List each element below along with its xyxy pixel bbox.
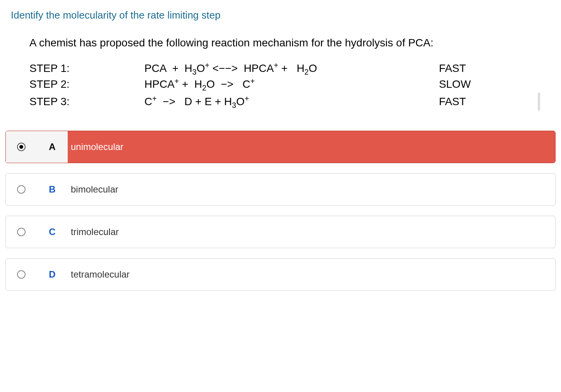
option-letter: B bbox=[37, 174, 68, 205]
option-text: tetramolecular bbox=[68, 259, 555, 290]
step-label: STEP 3: bbox=[29, 92, 144, 111]
step-equation: C+ −> D + E + H3O+ bbox=[144, 92, 439, 111]
step-label: STEP 1: bbox=[29, 61, 144, 76]
radio-unchecked-icon bbox=[17, 228, 26, 236]
answer-options: A unimolecular B bimolecular C trimolecu… bbox=[5, 131, 556, 291]
option-b[interactable]: B bimolecular bbox=[5, 173, 556, 206]
stem-intro: A chemist has proposed the following rea… bbox=[29, 36, 540, 50]
mechanism-steps: STEP 1: PCA + H3O+ <−−> HPCA+ + H2O FAST… bbox=[29, 61, 540, 111]
option-radio[interactable] bbox=[6, 174, 37, 205]
option-d[interactable]: D tetramolecular bbox=[5, 258, 556, 291]
option-text: bimolecular bbox=[68, 174, 555, 205]
step-rate: FAST bbox=[439, 61, 522, 76]
step-rate: FAST bbox=[439, 92, 522, 111]
option-c[interactable]: C trimolecular bbox=[5, 216, 556, 248]
option-radio[interactable] bbox=[6, 131, 37, 163]
step-row: STEP 3: C+ −> D + E + H3O+ FAST bbox=[29, 92, 540, 111]
option-text: unimolecular bbox=[68, 131, 555, 163]
step-equation: PCA + H3O+ <−−> HPCA+ + H2O bbox=[144, 61, 439, 76]
option-radio[interactable] bbox=[6, 216, 37, 248]
text-cursor-icon bbox=[538, 93, 540, 111]
option-a[interactable]: A unimolecular bbox=[5, 131, 556, 163]
step-equation: HPCA+ + H2O −> C+ bbox=[144, 77, 439, 92]
option-text: trimolecular bbox=[68, 216, 555, 248]
radio-checked-icon bbox=[17, 143, 26, 151]
option-letter: C bbox=[37, 216, 68, 248]
step-rate: SLOW bbox=[439, 77, 522, 92]
question-stem: A chemist has proposed the following rea… bbox=[29, 36, 540, 111]
option-radio[interactable] bbox=[6, 259, 37, 290]
radio-unchecked-icon bbox=[17, 270, 26, 279]
radio-unchecked-icon bbox=[17, 185, 26, 194]
question-title: Identify the molecularity of the rate li… bbox=[11, 9, 556, 21]
step-label: STEP 2: bbox=[29, 77, 144, 92]
step-row: STEP 1: PCA + H3O+ <−−> HPCA+ + H2O FAST bbox=[29, 61, 540, 76]
step-row: STEP 2: HPCA+ + H2O −> C+ SLOW bbox=[29, 77, 540, 92]
option-letter: D bbox=[37, 259, 68, 290]
option-letter: A bbox=[37, 131, 68, 163]
